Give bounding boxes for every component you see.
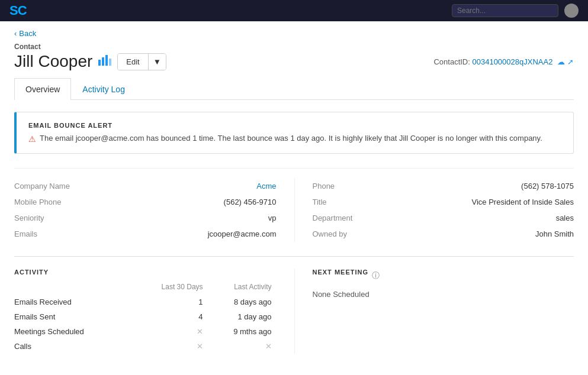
left-fields: Company NameAcmeMobile Phone(562) 456-97… [14, 178, 294, 242]
activity-row-last-activity: 9 mths ago [208, 324, 277, 339]
activity-row-label: Emails Sent [14, 309, 134, 324]
field-label: Owned by [313, 229, 378, 238]
field-row: Mobile Phone(562) 456-9710 [14, 194, 277, 210]
svg-rect-1 [102, 57, 104, 66]
next-meeting-title: NEXT MEETING [313, 269, 369, 276]
activity-row: Emails Received18 days ago [14, 295, 277, 309]
field-label: Title [313, 198, 378, 206]
next-meeting-section: NEXT MEETING ⓘ None Scheduled [294, 269, 574, 354]
activity-section-title: ACTIVITY [14, 269, 277, 276]
tab-overview[interactable]: Overview [14, 78, 71, 100]
activity-row: Emails Sent41 day ago [14, 309, 277, 324]
back-link[interactable]: ‹ Back [14, 29, 36, 38]
activity-row-label: Emails Received [14, 295, 134, 309]
field-row: Phone(562) 578-1075 [313, 178, 574, 194]
warning-icon: ⚠ [28, 134, 36, 144]
right-fields: Phone(562) 578-1075TitleVice President o… [294, 178, 574, 242]
alert-title: EMAIL BOUNCE ALERT [28, 122, 561, 129]
page-content: ‹ Back Contact Jill Cooper Edit ▼ [0, 21, 588, 366]
contact-header: Jill Cooper Edit ▼ ContactID: 0034100002… [14, 52, 574, 71]
activity-col-last30: Last 30 Days [134, 283, 208, 295]
cloud-icon[interactable]: ☁ [557, 57, 565, 66]
activity-row-last-activity: ✕ [208, 339, 277, 354]
activity-row-last30: 1 [134, 295, 208, 309]
field-value: vp [268, 214, 277, 222]
field-row: Owned byJohn Smith [313, 226, 574, 242]
field-row: Company NameAcme [14, 178, 277, 194]
edit-button[interactable]: Edit [118, 54, 147, 70]
field-row: Departmentsales [313, 210, 574, 226]
activity-row: Calls✕✕ [14, 339, 277, 354]
activity-col-last-activity: Last Activity [208, 283, 277, 295]
divider [14, 256, 574, 257]
field-value[interactable]: Acme [256, 182, 276, 190]
field-label: Emails [14, 229, 79, 238]
activity-section: ACTIVITY Last 30 Days Last Activity Emai… [14, 269, 294, 354]
field-value: (562) 456-9710 [224, 198, 277, 206]
back-chevron-icon: ‹ [14, 29, 17, 38]
activity-row-last30: 4 [134, 309, 208, 324]
tabs: Overview Activity Log [14, 78, 574, 100]
field-label: Seniority [14, 214, 79, 222]
contact-id-section: ContactID: 00341000028qJXNAA2 ☁ ➚ [433, 57, 574, 66]
logo: SC [9, 3, 27, 18]
tab-activity-log[interactable]: Activity Log [71, 78, 136, 100]
search-input[interactable] [452, 4, 558, 17]
activity-row-last30: ✕ [134, 324, 208, 339]
contact-id-value[interactable]: 00341000028qJXNAA2 [472, 57, 552, 66]
main-area: EMAIL BOUNCE ALERT ⚠ The email jcooper@a… [14, 100, 574, 366]
next-meeting-title-row: NEXT MEETING ⓘ [313, 269, 574, 283]
contact-id-label: ContactID: [433, 57, 470, 66]
bar-chart-icon [98, 55, 111, 69]
alert-box: EMAIL BOUNCE ALERT ⚠ The email jcooper@a… [14, 112, 574, 154]
activity-row-last30: ✕ [134, 339, 208, 354]
activity-col-label [14, 283, 134, 295]
field-value: Vice President of Inside Sales [472, 198, 574, 206]
field-label: Company Name [14, 182, 79, 190]
top-bar: SC [0, 0, 588, 21]
field-value: (562) 578-1075 [521, 182, 574, 190]
x-mark: ✕ [197, 342, 203, 351]
fields-grid: Company NameAcmeMobile Phone(562) 456-97… [14, 168, 574, 242]
activity-row-label: Meetings Scheduled [14, 324, 134, 339]
external-link-icon[interactable]: ➚ [567, 57, 574, 66]
help-icon[interactable]: ⓘ [372, 270, 380, 281]
field-label: Department [313, 214, 378, 222]
contact-id-icons: ☁ ➚ [557, 57, 574, 66]
svg-rect-3 [109, 59, 111, 66]
back-label: Back [19, 29, 36, 38]
contact-header-left: Jill Cooper Edit ▼ [14, 52, 166, 71]
contact-label: Contact [14, 43, 574, 51]
activity-row-last-activity: 8 days ago [208, 295, 277, 309]
field-row: Emailsjcooper@acme.com [14, 226, 277, 242]
contact-name: Jill Cooper [14, 52, 92, 71]
edit-btn-group: Edit ▼ [117, 53, 166, 70]
activity-row-last-activity: 1 day ago [208, 309, 277, 324]
edit-dropdown-button[interactable]: ▼ [148, 54, 166, 70]
alert-text: The email jcooper@acme.com has bounced 1… [40, 134, 542, 143]
none-scheduled: None Scheduled [313, 290, 574, 299]
field-row: Seniorityvp [14, 210, 277, 226]
chevron-down-icon: ▼ [153, 57, 161, 66]
svg-rect-2 [105, 55, 108, 66]
x-mark: ✕ [265, 342, 272, 351]
field-label: Mobile Phone [14, 198, 79, 206]
field-label: Phone [313, 182, 378, 190]
alert-body: ⚠ The email jcooper@acme.com has bounced… [28, 134, 561, 144]
avatar [564, 4, 579, 18]
svg-rect-0 [98, 60, 101, 66]
top-bar-right [452, 4, 579, 18]
activity-row-label: Calls [14, 339, 134, 354]
field-value: sales [556, 214, 574, 222]
field-value: jcooper@acme.com [208, 229, 277, 238]
activity-row: Meetings Scheduled✕9 mths ago [14, 324, 277, 339]
activity-next-grid: ACTIVITY Last 30 Days Last Activity Emai… [14, 269, 574, 354]
field-value: John Smith [535, 229, 574, 238]
x-mark: ✕ [197, 327, 203, 336]
field-row: TitleVice President of Inside Sales [313, 194, 574, 210]
activity-table: Last 30 Days Last Activity Emails Receiv… [14, 283, 277, 354]
